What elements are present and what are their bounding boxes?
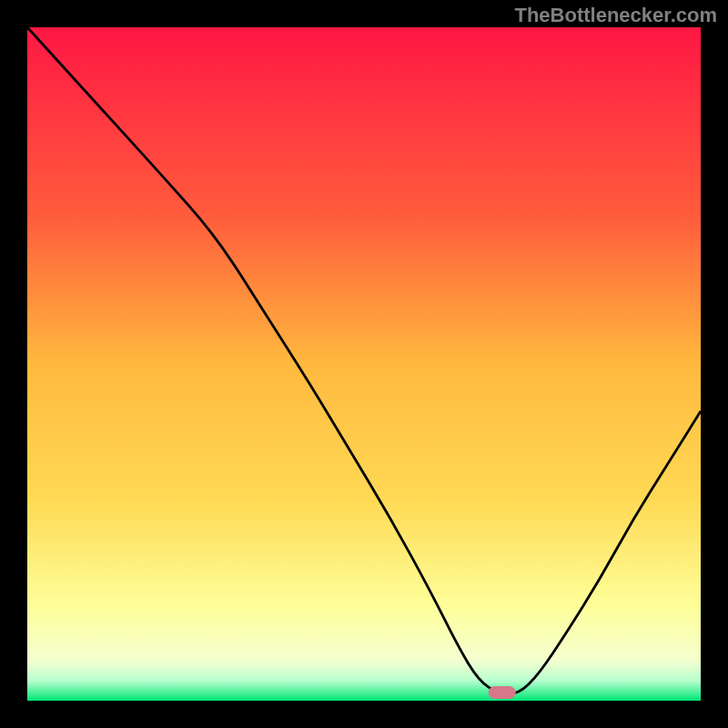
optimal-marker — [489, 686, 516, 699]
plot-area — [27, 27, 701, 701]
watermark-text: TheBottlenecker.com — [514, 4, 717, 27]
chart-container: TheBottlenecker.com — [0, 0, 728, 728]
bottleneck-chart — [0, 0, 728, 728]
